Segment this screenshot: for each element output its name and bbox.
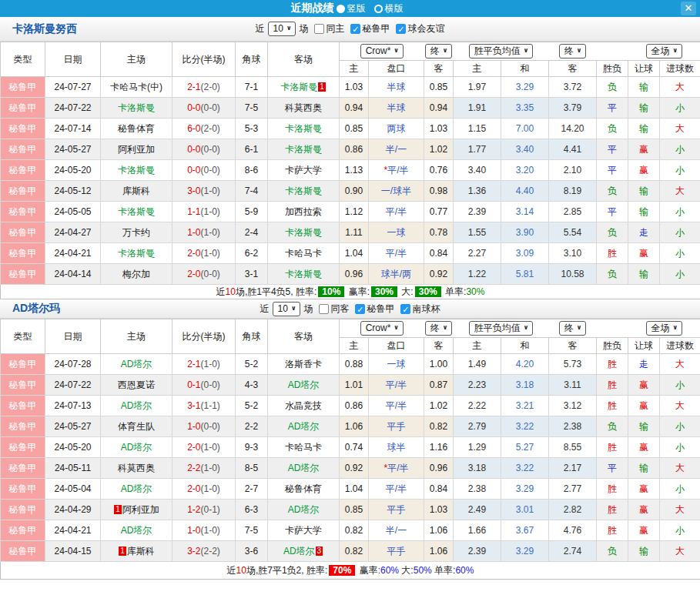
summary-text: 近10场,胜7平1负2, 胜率:70% 赢率:60% 大:50% 单率:60% — [1, 562, 700, 580]
result-handicap-cell: 赢 — [628, 160, 660, 181]
checkbox-checked-icon[interactable]: ✓ — [396, 24, 406, 34]
full-match-select[interactable]: 全场∨ — [646, 44, 683, 58]
result-wdl-cell: 负 — [597, 541, 628, 562]
away-team-cell: 卡萨大学 — [268, 160, 340, 181]
final-odds-select-2[interactable]: 终∨ — [559, 44, 587, 58]
home-team-cell: 卡洛斯曼 — [101, 160, 172, 181]
handicap-line-cell: 一球 — [369, 222, 424, 243]
home-team-cell: 科莫西奥 — [101, 458, 172, 479]
score-cell: 6-0(2-0) — [172, 119, 236, 139]
date-cell: 24-05-20 — [45, 437, 101, 458]
home-team-cell: 库斯科 — [101, 181, 172, 202]
date-cell: 24-05-12 — [45, 181, 101, 202]
result-handicap-cell: 输 — [628, 181, 660, 202]
result-wdl-cell: 负 — [597, 416, 628, 437]
summary-part: 30% — [415, 286, 441, 297]
handicap-line-value: 平手 — [387, 546, 406, 557]
full-match-select[interactable]: 全场∨ — [646, 321, 683, 336]
halftime-score: (0-0) — [201, 421, 220, 432]
avg-away-cell: 3.79 — [549, 98, 597, 119]
result-wdl-cell: 平 — [597, 202, 628, 222]
filter-checkbox-label: 南球杯 — [412, 303, 440, 316]
result-wdl-cell: 平 — [597, 98, 628, 119]
wdl-avg-select[interactable]: 胜平负均值∨ — [469, 44, 534, 58]
halftime-score: (2-2) — [201, 546, 220, 557]
final-odds-select-cell: 终∨ — [424, 319, 454, 338]
away-team-name: 加西拉索 — [285, 206, 322, 217]
checkbox-icon[interactable] — [319, 304, 329, 314]
checkbox-checked-icon[interactable]: ✓ — [350, 24, 360, 34]
near-count-select[interactable]: 10∨ — [268, 22, 296, 36]
odds-home-cell: 1.13 — [340, 160, 369, 181]
corner-cell: 5-2 — [236, 396, 268, 416]
filter-checkbox[interactable]: 同主 — [314, 22, 344, 35]
result-handicap-cell: 赢 — [628, 437, 660, 458]
odds-home-cell: 0.90 — [340, 181, 369, 202]
away-team-cell: 卡洛斯曼 — [268, 181, 340, 202]
radio-vertical-icon[interactable] — [337, 5, 345, 13]
league-cell: 秘鲁甲 — [1, 139, 45, 160]
avg-draw-cell: 3.14 — [501, 202, 549, 222]
checkbox-checked-icon[interactable]: ✓ — [400, 304, 410, 314]
filter-checkbox[interactable]: ✓秘鲁甲 — [350, 22, 390, 35]
fulltime-score: 2-0 — [187, 442, 200, 453]
date-cell: 24-05-05 — [45, 202, 101, 222]
match-row: 秘鲁甲24-04-21AD塔尔1-0(1-0)7-5卡萨大学0.82半/一1.0… — [1, 520, 700, 541]
home-team-cell: 西恩夏诺 — [101, 375, 172, 396]
filter-checkbox[interactable]: 同客 — [319, 303, 349, 316]
fulltime-score: 2-2 — [187, 463, 200, 473]
odds-away-cell: 0.76 — [424, 160, 454, 181]
wdl-avg-select[interactable]: 胜平负均值∨ — [469, 321, 534, 336]
header-spacer — [597, 42, 628, 61]
checkbox-icon[interactable] — [314, 24, 324, 34]
handicap-line-value: 一球 — [387, 227, 406, 238]
close-icon[interactable]: ✕ — [681, 2, 696, 15]
handicap-line-cell: 半球 — [369, 98, 424, 119]
match-row: 秘鲁甲24-07-22西恩夏诺0-1(0-0)4-3AD塔尔1.01平/半0.8… — [1, 375, 700, 396]
fulltime-score: 0-0 — [187, 165, 200, 175]
handicap-line-cell: 一/球半 — [369, 181, 424, 202]
filter-checkbox[interactable]: ✓秘鲁甲 — [355, 303, 394, 316]
sections-container: 卡洛斯曼努西近10∨场同主✓秘鲁甲✓球会友谊类型日期主场比分(半场)角球客场Cr… — [0, 17, 700, 580]
avg-draw-cell: 3.18 — [501, 375, 549, 396]
date-cell: 24-04-14 — [45, 264, 101, 285]
near-label: 近 — [260, 303, 270, 316]
filter-checkbox[interactable]: ✓球会友谊 — [396, 22, 444, 35]
odds-home-cell: 0.82 — [340, 520, 369, 541]
radio-horizontal-icon[interactable] — [374, 5, 383, 13]
handicap-line-cell: 半/一 — [369, 520, 424, 541]
checkbox-checked-icon[interactable]: ✓ — [355, 304, 365, 314]
halftime-score: (1-0) — [201, 359, 220, 369]
corner-cell: 3-1 — [236, 264, 268, 285]
final-odds-select-2[interactable]: 终∨ — [559, 321, 587, 336]
handicap-line-value: 一/球半 — [381, 186, 411, 196]
crow-select[interactable]: Crow*∨ — [360, 321, 404, 336]
match-row: 秘鲁甲24-05-20卡洛斯曼0-0(0-0)8-6卡萨大学1.13*平/半0.… — [1, 160, 700, 181]
league-cell: 秘鲁甲 — [1, 98, 45, 119]
summary-part: 近 — [227, 565, 236, 576]
summary-part: 赢率: — [357, 565, 380, 576]
home-team-name: AD塔尔 — [121, 483, 152, 494]
crow-select[interactable]: Crow*∨ — [360, 44, 404, 58]
home-team-cell: 万卡约 — [101, 222, 172, 243]
radio-vertical-label[interactable]: 竖版 — [347, 2, 366, 15]
home-team-cell: 秘鲁体育 — [101, 119, 172, 139]
result-handicap-cell: 赢 — [628, 375, 660, 396]
near-count-select[interactable]: 10∨ — [273, 302, 301, 316]
fulltime-score: 3-2 — [187, 546, 200, 557]
fulltime-score: 2-1 — [187, 359, 200, 369]
radio-horizontal-label[interactable]: 横版 — [385, 2, 404, 15]
avg-away-cell: 4.41 — [549, 139, 597, 160]
final-odds-select[interactable]: 终∨ — [425, 44, 453, 58]
section-team-name: AD塔尔玛 — [12, 302, 60, 316]
filter-checkbox[interactable]: ✓南球杯 — [400, 303, 440, 316]
chevron-down-icon: ∨ — [524, 45, 529, 56]
rank-badge: 1 — [318, 82, 326, 92]
league-cell: 秘鲁甲 — [1, 181, 45, 202]
summary-part: 30% — [371, 286, 397, 297]
score-cell: 3-1(1-1) — [172, 396, 236, 416]
final-odds-select[interactable]: 终∨ — [425, 321, 453, 336]
summary-part: 50% — [414, 565, 432, 576]
fulltime-score: 1-2 — [187, 504, 200, 515]
away-team-cell: AD塔尔 — [268, 416, 340, 437]
